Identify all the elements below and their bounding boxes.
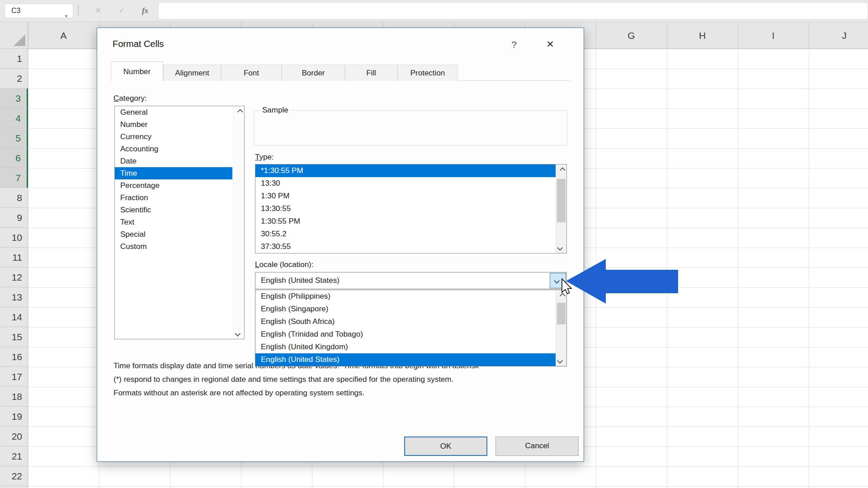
column-header-g[interactable]: G	[596, 22, 667, 49]
type-scrollbar[interactable]	[556, 164, 566, 253]
scrollbar-thumb[interactable]	[557, 303, 566, 324]
row-header-selected[interactable]: 5	[0, 128, 28, 148]
cancel-button[interactable]: Cancel	[495, 436, 579, 456]
row-header[interactable]: 16	[0, 347, 28, 367]
row-header[interactable]: 19	[0, 407, 28, 427]
category-item[interactable]: Number	[115, 118, 244, 131]
formula-bar-separator	[78, 5, 79, 16]
type-item[interactable]: 37:30:55	[255, 240, 556, 253]
row-header-selected[interactable]: 3	[0, 89, 28, 108]
row-header[interactable]: 11	[0, 248, 28, 267]
select-all-button[interactable]	[0, 22, 28, 49]
scroll-up-icon[interactable]	[556, 164, 566, 175]
category-item[interactable]: Scientific	[115, 204, 244, 216]
column-header-h[interactable]: H	[667, 22, 738, 49]
scrollbar-thumb[interactable]	[557, 179, 566, 222]
locale-value: English (United States)	[261, 272, 340, 289]
category-item[interactable]: Currency	[115, 131, 244, 143]
type-list: *1:30:55 PM 13:30 1:30 PM 13:30:55 1:30:…	[255, 164, 567, 253]
category-label: Category:	[113, 94, 147, 103]
formula-bar: C3 ▼ ✕ ✓ fx	[0, 0, 868, 22]
select-all-triangle-icon	[14, 34, 25, 46]
row-header[interactable]: 15	[0, 327, 28, 347]
category-item[interactable]: Special	[115, 228, 244, 240]
column-header-j[interactable]: J	[809, 22, 868, 49]
row-header-selected[interactable]: 4	[0, 108, 28, 128]
format-cells-dialog: Format Cells ? ✕ Number Alignment Font B…	[97, 28, 584, 462]
locale-option-selected[interactable]: English (United States)	[255, 353, 557, 366]
insert-function-icon[interactable]: fx	[137, 5, 153, 17]
type-item[interactable]: 1:30 PM	[255, 190, 556, 202]
sample-label: Sample	[259, 106, 291, 115]
ok-button[interactable]: OK	[404, 436, 487, 456]
category-list: General Number Currency Accounting Date …	[114, 106, 245, 339]
category-item[interactable]: Custom	[115, 240, 244, 253]
row-header[interactable]: 18	[0, 387, 28, 407]
scroll-up-icon[interactable]	[234, 106, 244, 117]
type-item[interactable]: 30:55.2	[255, 228, 556, 240]
type-label: Type:	[255, 153, 274, 162]
row-header[interactable]: 10	[0, 228, 28, 248]
formula-input[interactable]	[158, 2, 868, 19]
category-item[interactable]: Percentage	[115, 179, 244, 192]
tab-number[interactable]: Number	[111, 61, 163, 81]
name-box[interactable]: C3 ▼	[5, 4, 73, 18]
column-header-i[interactable]: I	[738, 22, 809, 49]
scroll-down-icon[interactable]	[556, 355, 566, 366]
row-header[interactable]: 2	[0, 69, 28, 89]
tab-fill[interactable]: Fill	[345, 65, 397, 81]
tab-alignment[interactable]: Alignment	[163, 65, 221, 81]
locale-label: Locale (location):	[255, 260, 313, 269]
enter-entry-icon[interactable]: ✓	[114, 5, 129, 17]
tab-protection[interactable]: Protection	[397, 65, 458, 81]
row-header[interactable]: 17	[0, 367, 28, 387]
annotation-arrow-shape	[566, 259, 678, 304]
column-header-a[interactable]: A	[28, 22, 99, 49]
category-item-selected[interactable]: Time	[115, 167, 232, 179]
chevron-down-icon	[554, 278, 560, 284]
row-header-selected[interactable]: 6	[0, 148, 28, 168]
locale-option[interactable]: English (Singapore)	[255, 303, 557, 315]
type-item[interactable]: 13:30	[255, 177, 556, 190]
type-item[interactable]: 1:30:55 PM	[255, 215, 556, 228]
row-header[interactable]: 8	[0, 188, 28, 208]
cancel-entry-icon[interactable]: ✕	[90, 5, 106, 17]
row-header[interactable]: 12	[0, 267, 28, 287]
row-header[interactable]: 9	[0, 208, 28, 228]
locale-option[interactable]: English (United Kingdom)	[255, 341, 557, 353]
category-scrollbar[interactable]	[233, 106, 244, 339]
category-item[interactable]: Fraction	[115, 192, 244, 204]
dropdown-scrollbar[interactable]	[556, 290, 566, 366]
tab-font[interactable]: Font	[221, 65, 282, 81]
locale-option[interactable]: English (Trinidad and Tobago)	[255, 328, 557, 341]
name-box-caret-icon[interactable]: ▼	[64, 9, 68, 23]
scroll-down-icon[interactable]	[556, 242, 566, 253]
scroll-down-icon[interactable]	[234, 328, 244, 339]
category-item[interactable]: Date	[115, 155, 244, 167]
category-item[interactable]: Text	[115, 216, 244, 228]
name-box-value: C3	[11, 7, 20, 14]
row-header-selected[interactable]: 7	[0, 168, 28, 188]
description-line: (*) respond to changes in regional date …	[113, 373, 568, 386]
description-line: Formats without an asterisk are not affe…	[113, 386, 568, 400]
locale-option[interactable]: English (Philippines)	[255, 290, 557, 303]
tab-border[interactable]: Border	[282, 65, 345, 81]
locale-option[interactable]: English (South Africa)	[255, 315, 557, 328]
annotation-arrow-icon	[566, 259, 678, 304]
category-item[interactable]: Accounting	[115, 143, 244, 155]
type-item[interactable]: 13:30:55	[255, 202, 556, 215]
row-header[interactable]: 1	[0, 49, 28, 69]
row-header[interactable]: 21	[0, 446, 28, 466]
locale-combobox[interactable]: English (United States)	[255, 272, 567, 289]
row-headers: 1 2 3 4 5 6 7 8 9 10 11 12 13 14 15 16 1…	[0, 49, 28, 488]
close-icon[interactable]: ✕	[538, 36, 562, 52]
dialog-title: Format Cells	[113, 39, 164, 49]
category-item[interactable]: General	[115, 106, 244, 118]
type-item-selected[interactable]: *1:30:55 PM	[255, 164, 556, 177]
row-header[interactable]: 13	[0, 287, 28, 307]
locale-dropdown-list: English (Philippines) English (Singapore…	[255, 290, 567, 366]
help-icon[interactable]: ?	[504, 37, 524, 52]
row-header[interactable]: 14	[0, 307, 28, 327]
row-header[interactable]: 20	[0, 427, 28, 446]
row-header[interactable]: 22	[0, 466, 28, 486]
